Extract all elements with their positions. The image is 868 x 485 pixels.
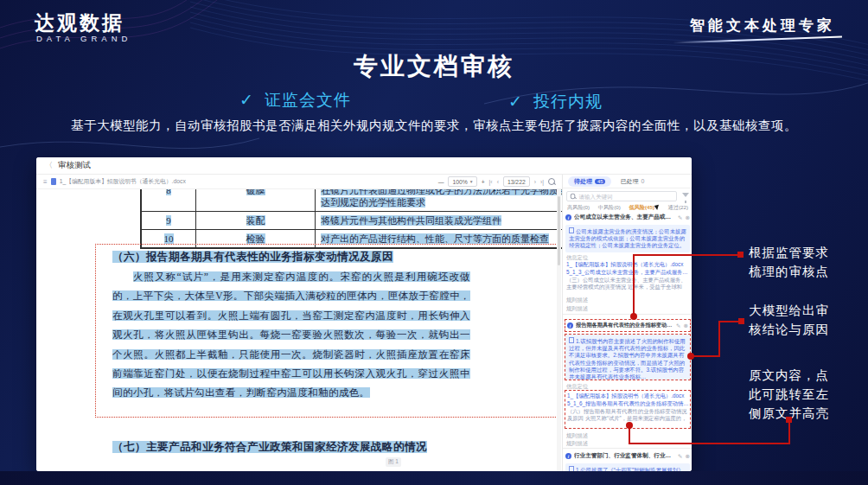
search-input[interactable]: [578, 194, 673, 200]
filter-high-risk[interactable]: 高风险(0): [567, 204, 590, 212]
audit-card-title[interactable]: i 行业主管部门、行业监管体制、行业主要法律法… ✎ ⊗: [565, 452, 690, 460]
panel-tabs: 待处理 45 已处理 0: [563, 175, 692, 188]
chevron-down-icon: ▾: [470, 179, 473, 184]
logo-text-cn: 达观数据: [35, 10, 124, 36]
page-number-input[interactable]: 13/222: [503, 176, 530, 187]
connector-line: [692, 355, 720, 357]
document-scrollbar[interactable]: [557, 189, 561, 471]
source-file-link[interactable]: 1_【编配用版本】招股说明书（通长光电）.docx: [567, 392, 690, 400]
info-icon: i: [565, 214, 571, 220]
outline-icon[interactable]: ≡: [43, 178, 48, 186]
connector-endpoint: [737, 252, 744, 258]
connector-line: [629, 427, 630, 444]
source-preview[interactable]: （六）报告期各期具有代表性的业务指标变动情况及原因 火照又称“试片”，是用来测定…: [567, 408, 688, 423]
rule-desc-label[interactable]: 规则描述: [566, 432, 588, 440]
zoom-select[interactable]: 100%▾: [448, 176, 476, 187]
page-title: 专业文档审核: [0, 50, 868, 83]
slide-description: 基于大模型能力，自动审核招股书是否满足相关外规内规文件的要求，审核点主要包括了披…: [0, 118, 868, 134]
filter-icon[interactable]: [682, 193, 689, 197]
rule-desc-label[interactable]: 规则描述: [566, 297, 588, 304]
connector-endpoint: [738, 318, 744, 324]
back-icon[interactable]: 〈: [45, 160, 53, 171]
source-preview[interactable]: （三）公司成立以来主营业务、主要产品或服务、主要经营模式的演变情况 近年来，受益…: [566, 277, 687, 291]
rule-desc-label[interactable]: 规则描述: [566, 305, 588, 313]
dismiss-icon[interactable]: ⊗: [686, 214, 690, 221]
check-label: 证监会文件: [265, 91, 351, 109]
audit-card-title[interactable]: i 报告期各期具有代表性的业务指标变动情况及原因 ✎ ⊗: [567, 322, 688, 329]
section6-paragraph[interactable]: 火照又称“试片”，是用来测定窑内温度的。宋窑的火照是利用碗坯改做的，上平下尖，大…: [112, 267, 470, 403]
last-page-button[interactable]: ›|: [540, 179, 544, 185]
header-tagline: 智能文本处理专家: [690, 16, 835, 35]
processed-count: 0: [641, 178, 644, 184]
check-item-internal: ✓投行内规: [508, 91, 603, 113]
app-titlebar: 〈 审核测试: [36, 157, 692, 175]
search-icon: [571, 194, 576, 199]
next-page-button[interactable]: ›: [534, 179, 536, 185]
document-area: ≡ 1_【编配用版本】招股说明书（通长光电）.docx — 100%▾ + |‹…: [36, 175, 562, 471]
connector-line: [629, 443, 790, 444]
toolbar-left: ≡ 1_【编配用版本】招股说明书（通长光电）.docx: [43, 177, 186, 186]
connector-dot: [630, 313, 637, 320]
logo-text-en: DATA GRAND: [36, 34, 131, 43]
window-title: 审核测试: [58, 160, 91, 171]
info-icon: i: [567, 322, 573, 329]
table-cell-no: 8: [142, 189, 195, 211]
dismiss-icon[interactable]: ⊗: [686, 453, 690, 460]
highlight-box-card-title: i 报告期各期具有代表性的业务指标变动情况及原因 ✎ ⊗: [565, 319, 691, 332]
tab-processed[interactable]: 已处理 0: [620, 177, 644, 186]
check-icon: ✓: [239, 91, 254, 109]
connector-line: [718, 321, 720, 357]
audit-result[interactable]: 公司未披露主营业务的演变情况；公司未披露主营业务的模式或依据；公司未披露主营业务…: [565, 225, 690, 252]
source-section-link[interactable]: 5_1_3_公司成立以来主营业务，主要产品或服务，主要经…: [566, 269, 689, 277]
divider: [563, 448, 692, 449]
rule-desc-label[interactable]: 规则描述: [566, 440, 588, 448]
search-icon[interactable]: [548, 178, 555, 185]
check-item-csrc: ✓证监会文件: [239, 89, 351, 112]
source-section-link[interactable]: 5_1_6_报告期各期具有代表性的业务指标变动情况及原因: [567, 400, 690, 408]
tab-pending[interactable]: 待处理 45: [568, 176, 611, 187]
connector-line: [633, 254, 635, 315]
zoom-out-button[interactable]: —: [438, 179, 444, 185]
document-toolbar: ≡ 1_【编配用版本】招股说明书（通长光电）.docx — 100%▾ + |‹…: [36, 175, 562, 189]
connector-line: [788, 422, 790, 444]
cursor-pointer-icon: [654, 203, 661, 210]
table-cell-desc: 在镜片元件表面通过物理或化学的方法沉积若干光学物质层，达到规定的光学性能要求: [315, 189, 562, 211]
table-cell-no: 9: [142, 212, 195, 229]
document-icon: [569, 337, 574, 343]
section6-heading: （六）报告期各期具有代表性的业务指标变动情况及原因: [112, 250, 393, 265]
filter-mid-risk[interactable]: 中风险(0): [598, 204, 621, 212]
slide-root: 达观数据 DATA GRAND 智能文本处理专家 专业文档审核 ✓证监会文件 ✓…: [0, 0, 868, 485]
info-icon: i: [565, 453, 571, 459]
keyword-search-box[interactable]: [566, 191, 677, 201]
table-row: 9 装配 将镜片元件与其他构件共同组装成光学组件: [142, 211, 562, 229]
connector-dot: [687, 353, 694, 360]
audit-result[interactable]: 1.该招股书内容主要描述了火照的制作和使用过程，但并未提及具有代表性的业务指标，…: [565, 335, 690, 380]
edit-icon[interactable]: ✎: [676, 322, 680, 329]
table-cell-name: 装配: [195, 212, 315, 229]
filter-passed[interactable]: 通过(22): [668, 204, 688, 212]
annotation-source-jump: 原文内容，点此可跳转至左侧原文并高亮: [749, 367, 835, 423]
connector-endpoint: [786, 417, 792, 423]
divider: [563, 314, 692, 315]
footer-band: [0, 471, 868, 485]
open-file-name[interactable]: 1_【编配用版本】招股说明书（通长光电）.docx: [60, 177, 186, 186]
audit-card-title[interactable]: i 公司成立以来主营业务、主要产品或服务、主要… ✎ ⊗: [565, 214, 690, 221]
prev-page-button[interactable]: ‹: [497, 179, 499, 185]
dismiss-icon[interactable]: ⊗: [684, 322, 688, 329]
filter-low-risk[interactable]: 低风险(45): [629, 204, 660, 212]
app-window: 〈 审核测试 ≡ 1_【编配用版本】招股说明书（通长光电）.docx — 100…: [36, 157, 692, 471]
check-icon: ✓: [508, 93, 523, 111]
audit-result[interactable]: 1.公司披露了《“十四五”智能制造发展规划》（国规…: [565, 463, 690, 471]
pending-count-badge: 45: [595, 179, 605, 184]
source-file-link[interactable]: 1_【编配用版本】招股说明书（通长光电）.docx: [566, 261, 689, 269]
edit-icon[interactable]: ✎: [678, 214, 682, 221]
annotation-audit-points: 根据监管要求梳理的审核点: [749, 244, 835, 282]
annotation-llm-conclusion: 大模型给出审核结论与原因: [749, 302, 835, 340]
edit-icon[interactable]: ✎: [678, 453, 682, 460]
first-page-button[interactable]: |‹: [489, 179, 493, 185]
zoom-in-button[interactable]: +: [482, 179, 485, 185]
table-row: 8 镀膜 在镜片元件表面通过物理或化学的方法沉积若干光学物质层，达到规定的光学性…: [142, 189, 562, 211]
document-icon: [569, 227, 574, 233]
connector-line: [633, 254, 742, 256]
scrollbar-thumb[interactable]: [558, 196, 560, 265]
